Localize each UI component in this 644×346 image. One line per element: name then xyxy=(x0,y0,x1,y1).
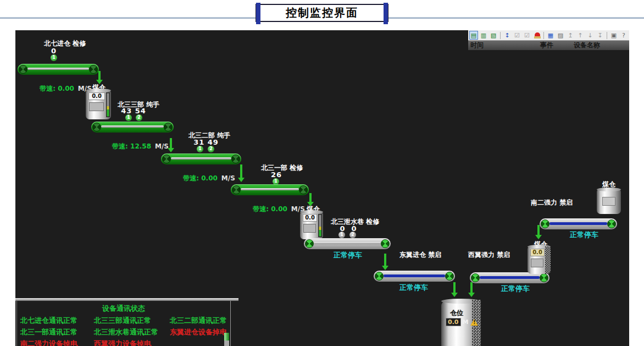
belt-surface xyxy=(549,222,607,225)
speed-unit: M/S xyxy=(221,174,235,182)
conveyor-label: 西翼强力 禁启 xyxy=(468,250,510,260)
save-event-log-icon[interactable]: ▥ xyxy=(479,31,488,40)
conveyor-values: 0 xyxy=(47,47,60,55)
conveyor-values: 43 54 xyxy=(120,107,147,115)
scada-screen: 控制监控界面 ▤ ▥ ▧ ↕ ☑ ☑ ▦ ▨ ↥ ↑ ↓ ↧ ▣ ? 时间 xyxy=(0,0,644,346)
toolbar-separator xyxy=(607,32,607,39)
emergency-stop-icon[interactable] xyxy=(532,31,541,40)
belt-status: 正常停车 xyxy=(381,283,447,293)
belt-speed: 带速: 0.00M/S xyxy=(166,166,238,191)
sensor-indicator: 1 xyxy=(338,232,345,238)
pulley-icon xyxy=(381,239,390,248)
conveyor-belt[interactable] xyxy=(18,64,99,75)
bunker-hatch xyxy=(545,246,551,274)
scroll-down-icon[interactable]: ↓ xyxy=(586,31,595,40)
coal-bunker[interactable] xyxy=(597,189,621,214)
conveyor-belt[interactable] xyxy=(304,238,391,249)
coal-bunker[interactable]: 0.0 xyxy=(300,212,323,239)
copy-event-log-icon[interactable]: ▧ xyxy=(489,31,498,40)
scroll-last-icon[interactable]: ↧ xyxy=(596,31,604,40)
belt-surface xyxy=(384,274,445,277)
clipboard-icon[interactable]: ▣ xyxy=(609,31,618,40)
pulley-icon xyxy=(299,185,308,194)
status-panel-title: 设备通讯状态 xyxy=(17,304,230,314)
conveyor-belt[interactable] xyxy=(470,272,549,283)
comm-status-item: 北七进仓通讯正常 xyxy=(20,316,77,326)
pulley-icon xyxy=(540,273,548,282)
bunker-level-gauge xyxy=(319,215,321,237)
conveyor-belt[interactable] xyxy=(231,184,309,195)
belt-surface xyxy=(101,125,164,128)
bunker-level-value: 0.0 xyxy=(88,92,105,100)
comm-status-item: 北三一部通讯正常 xyxy=(20,327,77,337)
speed-value: 带速: 0.00 xyxy=(40,85,74,92)
column-header-device: 设备名称 xyxy=(574,41,629,50)
silo-label: 仓位 xyxy=(441,309,472,318)
flow-arrow-icon xyxy=(468,282,475,297)
sensor-indicator: 2 xyxy=(208,146,214,152)
conveyor-label: 东翼进仓 禁启 xyxy=(399,250,441,260)
warning-icon: ! xyxy=(470,319,478,326)
ack-all-events-icon[interactable]: ☑ xyxy=(523,31,531,40)
event-table-header: 时间 事件 设备名称 xyxy=(468,41,629,50)
comm-status-item: 南二强力设备掉电 xyxy=(20,339,77,346)
conveyor-values: 26 xyxy=(265,171,287,179)
belt-surface xyxy=(171,157,231,160)
pulley-icon xyxy=(607,219,616,228)
conveyor-label: 南二强力 禁启 xyxy=(531,198,573,207)
pulley-icon xyxy=(471,273,480,282)
conveyor-belt[interactable] xyxy=(374,271,455,282)
belt-status: 正常停车 xyxy=(315,250,381,260)
ack-event-icon[interactable]: ☑ xyxy=(513,31,521,40)
flow-arrow-icon xyxy=(451,282,458,297)
toolbar-separator xyxy=(543,32,544,39)
belt-speed: 带速: 0.00M/S xyxy=(23,76,95,101)
conveyor-belt[interactable] xyxy=(91,122,174,133)
sort-events-icon[interactable]: ↕ xyxy=(503,31,512,40)
belt-surface xyxy=(480,276,540,279)
conveyor-values: 31 49 xyxy=(192,138,220,146)
pulley-icon xyxy=(232,185,241,194)
scrollbar-track xyxy=(224,340,229,346)
sensor-indicator: 2 xyxy=(136,114,142,121)
silo-tank[interactable]: 仓位 0.0 M ! xyxy=(441,301,481,346)
sensor-indicator: 1 xyxy=(51,54,57,61)
flow-arrow-icon xyxy=(168,138,174,152)
pulley-icon xyxy=(162,155,171,163)
event-table-icon[interactable]: ▦ xyxy=(546,31,555,40)
conveyor-belt[interactable] xyxy=(540,218,617,229)
scroll-first-icon[interactable]: ↥ xyxy=(566,31,575,40)
open-event-log-icon[interactable]: ▤ xyxy=(469,31,478,40)
speed-value: 带速: 0.00 xyxy=(183,174,218,182)
pulley-icon xyxy=(231,155,240,163)
page-title: 控制监控界面 xyxy=(256,4,388,22)
scroll-up-icon[interactable]: ↑ xyxy=(576,31,585,40)
bunker-level-value: 0.0 xyxy=(530,249,545,256)
bunker-window xyxy=(89,102,104,111)
belt-speed: 带速: 0.00M/S xyxy=(236,197,308,222)
pulley-icon xyxy=(164,123,173,131)
pulley-icon xyxy=(445,272,454,281)
comm-status-item: 东翼进仓设备掉电 xyxy=(170,327,227,337)
pulley-icon xyxy=(92,123,101,131)
edit-note-icon[interactable]: ▨ xyxy=(556,31,565,40)
toolbar-separator xyxy=(500,32,501,39)
conveyor-belt[interactable] xyxy=(161,153,241,164)
speed-value: 带速: 0.00 xyxy=(253,205,287,213)
bunker-level-value: 0.0 xyxy=(303,214,317,222)
status-panel: 设备通讯状态 北七进仓通讯正常 北三三部通讯正常 北三二部通讯正常 北三一部通讯… xyxy=(16,301,231,346)
comm-status-item: 北三二部通讯正常 xyxy=(170,316,227,326)
pulley-icon xyxy=(541,219,549,228)
coal-bunker[interactable]: 0.0 xyxy=(86,90,111,119)
status-panel-scrollbar[interactable] xyxy=(224,333,229,346)
help-icon[interactable]: ? xyxy=(619,31,628,40)
speed-value: 带速: 12.58 xyxy=(112,142,151,150)
pulley-icon xyxy=(19,65,27,74)
column-header-time: 时间 xyxy=(468,41,540,50)
comm-status-item: 西翼强力设备掉电 xyxy=(94,339,151,346)
speed-unit: M/S xyxy=(155,142,169,150)
coal-bunker[interactable]: 0.0 xyxy=(528,246,551,274)
scrollbar-thumb[interactable] xyxy=(224,333,229,340)
bunker-level-gauge xyxy=(107,93,109,117)
column-header-event: 事件 xyxy=(540,41,574,50)
